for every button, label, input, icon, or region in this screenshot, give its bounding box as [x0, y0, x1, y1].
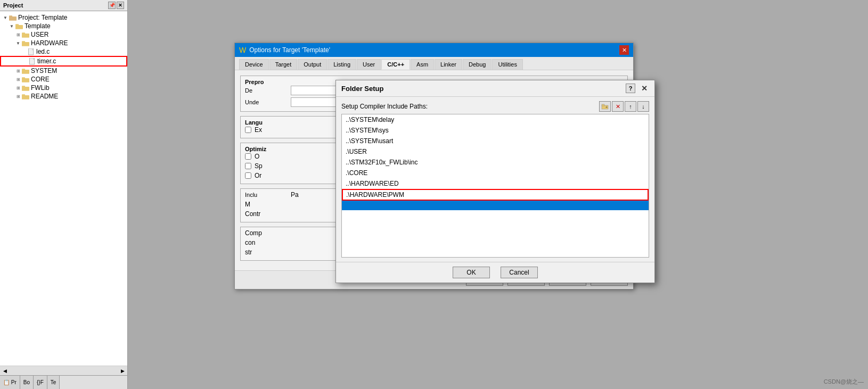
expand-icon-system: ⊞	[15, 68, 21, 74]
tab-te[interactable]: Te	[47, 376, 60, 389]
tab-utilities-label: Utilities	[498, 61, 517, 68]
sidebar-scroll: ◀ ▶	[0, 366, 127, 375]
tree-item-project-root[interactable]: ▼ Project: Template	[0, 13, 127, 22]
one-elf-checkbox[interactable]	[245, 153, 251, 160]
tree-item-led-c[interactable]: led.c	[0, 47, 127, 56]
path-item-6[interactable]: .\CORE	[342, 168, 649, 178]
path-item-2[interactable]: ..\SYSTEM\sys	[342, 125, 649, 136]
tab-bo[interactable]: Bo	[20, 376, 34, 389]
tab-asm-label: Asm	[416, 61, 428, 68]
expand-icon-led	[21, 48, 28, 55]
one-per-label: Or	[255, 172, 261, 179]
tab-target-label: Target	[275, 61, 292, 68]
delete-path-button[interactable]: ✕	[612, 101, 624, 112]
tree-item-core[interactable]: ⊞ CORE	[0, 75, 127, 84]
template-label: Template	[24, 22, 51, 30]
include-paths-label: Setup Compiler Include Paths:	[341, 103, 428, 110]
user-folder-icon	[21, 31, 30, 38]
split-checkbox[interactable]	[245, 163, 251, 169]
tree-item-system[interactable]: ⊞ SYSTEM	[0, 67, 127, 75]
include-paths-buttons: + ✕ ↑ ↓	[599, 101, 649, 112]
folder-dialog-help-button[interactable]: ?	[626, 84, 635, 93]
readme-folder-icon	[21, 93, 30, 100]
options-dialog-title-text: Options for Target 'Template'	[249, 46, 330, 54]
main-area: W Options for Target 'Template' ✕ Device…	[128, 0, 868, 389]
path-value-2: ..\SYSTEM\sys	[346, 127, 389, 134]
led-c-label: led.c	[36, 48, 50, 55]
control-label: Contr	[245, 210, 260, 218]
folder-cancel-button[interactable]: Cancel	[501, 267, 538, 278]
add-path-button[interactable]: +	[599, 101, 611, 112]
path-item-5[interactable]: ..\STM32F10x_FWLib\inc	[342, 157, 649, 168]
path-item-3[interactable]: ..\SYSTEM\usart	[342, 136, 649, 146]
tab-debug[interactable]: Debug	[463, 59, 492, 70]
scroll-left[interactable]: ◀	[1, 367, 9, 375]
scroll-right[interactable]: ▶	[119, 367, 126, 375]
folder-dialog-content: Setup Compiler Include Paths: + ✕ ↑ ↓ ..…	[336, 97, 654, 262]
path-value-3: ..\SYSTEM\usart	[346, 137, 393, 145]
sidebar-pin-button[interactable]: 📌	[108, 2, 116, 9]
str-label: str	[245, 249, 252, 256]
folder-setup-dialog: Folder Setup ? ✕ Setup Compiler Include …	[335, 80, 655, 283]
timer-c-label: timer.c	[37, 57, 56, 65]
tab-output-label: Output	[304, 61, 321, 68]
sidebar-title-label: Project	[3, 2, 23, 9]
tab-output[interactable]: Output	[298, 59, 327, 70]
misc-label: M	[245, 201, 250, 208]
path-item-4[interactable]: .\USER	[342, 146, 649, 157]
svg-rect-1	[9, 15, 12, 17]
execute-checkbox[interactable]	[245, 127, 251, 133]
tab-cpp[interactable]: C/C++	[381, 59, 410, 70]
project-tree: ▼ Project: Template ▼ Template ⊞ USER ▼	[0, 11, 127, 366]
sidebar-header-title: Project	[3, 2, 23, 9]
sidebar-close-button[interactable]: ✕	[117, 2, 124, 9]
tree-item-user[interactable]: ⊞ USER	[0, 30, 127, 39]
tab-device[interactable]: Device	[239, 59, 269, 70]
tree-item-template[interactable]: ▼ Template	[0, 22, 127, 30]
one-per-checkbox[interactable]	[245, 172, 251, 179]
tab-target[interactable]: Target	[269, 59, 298, 70]
svg-rect-16	[22, 95, 29, 99]
split-label: Sp	[255, 162, 263, 170]
readme-label: README	[31, 93, 58, 100]
template-folder-icon	[15, 23, 23, 29]
tab-asm[interactable]: Asm	[411, 59, 434, 70]
tree-item-hardware[interactable]: ▼ HARDWARE	[0, 39, 127, 47]
folder-dialog-close-button[interactable]: ✕	[640, 84, 649, 93]
expand-icon-user: ⊞	[15, 31, 21, 38]
include-label: Inclu	[245, 192, 288, 198]
options-dialog-close-button[interactable]: ✕	[619, 45, 629, 55]
tab-listing[interactable]: Listing	[327, 59, 356, 70]
path-item-8[interactable]: .\HARDWARE\PWM	[342, 189, 649, 201]
move-down-button[interactable]: ↓	[637, 101, 649, 112]
tab-pr[interactable]: 📋 Pr	[0, 376, 20, 389]
tab-user[interactable]: User	[357, 59, 381, 70]
timer-file-icon	[29, 58, 36, 64]
tab-linker[interactable]: Linker	[435, 59, 462, 70]
tab-fn[interactable]: {}F	[34, 376, 47, 389]
expand-icon-fwlib: ⊞	[15, 85, 21, 91]
optimize-label: Optimiz	[245, 146, 266, 152]
tab-utilities[interactable]: Utilities	[492, 59, 522, 70]
expand-icon-template: ▼	[9, 23, 15, 29]
move-up-button[interactable]: ↑	[625, 101, 636, 112]
compiler-label: Comp	[245, 229, 262, 237]
path-item-1[interactable]: ..\SYSTEM\delay	[342, 114, 649, 125]
svg-rect-5	[22, 32, 25, 34]
path-item-7[interactable]: ..\HARDWARE\ED	[342, 178, 649, 189]
tab-te-label: Te	[51, 379, 56, 385]
tree-item-fwlib[interactable]: ⊞ FWLib	[0, 84, 127, 92]
system-folder-icon	[21, 68, 30, 74]
path-item-selected-empty[interactable]	[342, 201, 649, 210]
path-value-1: ..\SYSTEM\delay	[346, 116, 394, 123]
system-label: SYSTEM	[31, 67, 57, 75]
one-elf-label: O	[255, 153, 259, 160]
svg-rect-19	[602, 104, 604, 106]
options-tab-bar: Device Target Output Listing User C/C++ …	[235, 57, 633, 70]
tree-item-readme[interactable]: ⊞ README	[0, 92, 127, 101]
path-value-8: .\HARDWARE\PWM	[346, 191, 404, 198]
led-file-icon	[28, 48, 35, 55]
tree-item-timer-c[interactable]: timer.c	[0, 56, 127, 67]
cont-label: con	[245, 239, 255, 246]
folder-ok-button[interactable]: OK	[453, 267, 490, 278]
